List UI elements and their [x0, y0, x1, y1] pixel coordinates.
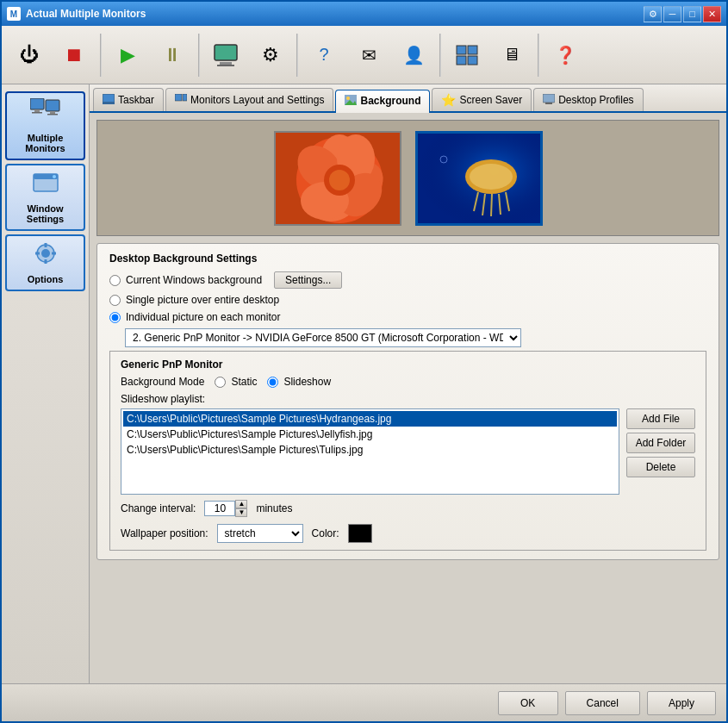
monitor-dropdown[interactable]: 2. Generic PnP Monitor -> NVIDIA GeForce… — [125, 328, 521, 347]
minutes-label: minutes — [256, 502, 292, 514]
help1-btn[interactable]: ? — [303, 31, 345, 79]
stop-icon: ⏹ — [60, 41, 88, 69]
interval-down-btn[interactable]: ▼ — [235, 508, 247, 517]
sidebar: Multiple Monitors Window Settings — [2, 84, 90, 683]
tab-desktop-profiles-label: Desktop Profiles — [558, 94, 633, 106]
settings-btn[interactable]: Settings... — [274, 271, 342, 289]
option1-radio[interactable] — [109, 275, 121, 286]
play-btn[interactable]: ▶ — [107, 31, 148, 79]
tab-taskbar[interactable]: Taskbar — [93, 88, 164, 111]
sidebar-item-options[interactable]: Options — [5, 234, 85, 291]
monitor2-btn[interactable]: 🖥 — [491, 31, 532, 79]
svg-rect-22 — [103, 94, 115, 103]
sidebar-item-multiple-monitors[interactable]: Multiple Monitors — [5, 91, 85, 160]
svg-rect-4 — [468, 46, 477, 54]
static-label: Static — [231, 376, 257, 388]
window-title: Actual Multiple Monitors — [26, 8, 644, 20]
manage-icon — [212, 41, 240, 69]
power-btn[interactable]: ⏻ — [9, 31, 50, 79]
main-layout: Multiple Monitors Window Settings — [2, 84, 726, 683]
tab-desktop-profiles[interactable]: Desktop Profiles — [533, 88, 643, 111]
option3-row: Individual picture on each monitor — [109, 311, 706, 323]
user-btn[interactable]: 👤 — [393, 31, 434, 79]
play-icon: ▶ — [114, 41, 141, 69]
svg-rect-20 — [35, 252, 40, 255]
background-tab-icon — [345, 94, 357, 108]
email-btn[interactable]: ✉ — [348, 31, 389, 79]
interval-input[interactable] — [204, 501, 235, 516]
settings-titlebar-btn[interactable]: ⚙ — [644, 6, 662, 22]
list-item[interactable]: C:\Users\Public\Pictures\Sample Pictures… — [123, 442, 617, 458]
slideshow-radio[interactable] — [267, 377, 278, 388]
ok-btn[interactable]: OK — [498, 691, 558, 715]
tab-monitors-layout[interactable]: Monitors Layout and Settings — [165, 88, 333, 111]
desktop-bg-section-title: Desktop Background Settings — [109, 252, 706, 265]
option1-label: Current Windows background — [126, 274, 262, 286]
cancel-btn[interactable]: Cancel — [565, 691, 640, 715]
svg-rect-30 — [545, 103, 552, 104]
svg-rect-24 — [175, 94, 182, 101]
svg-point-27 — [346, 97, 350, 100]
interval-up-btn[interactable]: ▲ — [235, 500, 247, 508]
preview-area — [96, 120, 719, 236]
footer: OK Cancel Apply — [2, 683, 726, 721]
svg-point-15 — [53, 175, 56, 178]
wallpaper-position-dropdown[interactable]: stretch tile center fit fill — [217, 524, 303, 543]
option3-radio[interactable] — [109, 312, 121, 323]
color-swatch[interactable] — [348, 524, 372, 543]
playlist-container: C:\Users\Public\Pictures\Sample Pictures… — [121, 408, 695, 495]
bg-mode-row: Background Mode Static Slideshow — [121, 376, 695, 388]
wallpaper-position-row: Wallpaper position: stretch tile center … — [121, 524, 695, 543]
toolbar-sep-3 — [296, 34, 298, 77]
svg-rect-25 — [183, 94, 187, 101]
list-item[interactable]: C:\Users\Public\Pictures\Sample Pictures… — [123, 411, 617, 427]
svg-rect-10 — [46, 100, 59, 111]
help2-btn[interactable]: ❓ — [544, 31, 586, 79]
pause-btn[interactable]: ⏸ — [152, 31, 193, 79]
wallpaper-position-label: Wallpaper position: — [121, 527, 208, 539]
toolbar-sep-1 — [100, 34, 102, 77]
toolbar-sep-2 — [198, 34, 200, 77]
option2-radio[interactable] — [109, 295, 121, 306]
tab-background[interactable]: Background — [335, 90, 430, 113]
monitor-section-title: Generic PnP Monitor — [121, 358, 695, 371]
settings-icon: ⚙ — [257, 41, 284, 69]
maximize-btn[interactable]: □ — [683, 6, 701, 22]
svg-rect-12 — [47, 114, 58, 115]
add-file-btn[interactable]: Add File — [626, 408, 695, 429]
add-folder-btn[interactable]: Add Folder — [626, 433, 695, 453]
tabs: Taskbar Monitors Layout and Settings — [90, 84, 726, 113]
grid-btn[interactable] — [446, 31, 488, 79]
bottom-settings: Change interval: ▲ ▼ minutes — [121, 500, 695, 517]
user-icon: 👤 — [400, 41, 427, 69]
manage-btn[interactable] — [205, 31, 246, 79]
svg-rect-21 — [52, 252, 56, 255]
sidebar-item-window-settings[interactable]: Window Settings — [5, 164, 85, 231]
desktop-bg-settings: Desktop Background Settings Current Wind… — [96, 243, 719, 560]
svg-rect-9 — [32, 112, 42, 114]
playlist-list[interactable]: C:\Users\Public\Pictures\Sample Pictures… — [121, 408, 619, 495]
svg-rect-19 — [44, 259, 47, 264]
app-icon: M — [7, 7, 21, 21]
multiple-monitors-icon — [30, 98, 61, 129]
change-interval-label: Change interval: — [121, 502, 196, 514]
color-label: Color: — [312, 527, 339, 539]
playlist-buttons: Add File Add Folder Delete — [626, 408, 695, 495]
svg-rect-11 — [50, 111, 55, 114]
apply-btn[interactable]: Apply — [647, 691, 716, 715]
settings-btn[interactable]: ⚙ — [250, 31, 291, 79]
preview-flower-image[interactable] — [274, 131, 401, 226]
tab-screen-saver[interactable]: ⭐ Screen Saver — [432, 88, 532, 111]
static-radio[interactable] — [215, 377, 226, 388]
minimize-btn[interactable]: ─ — [663, 6, 681, 22]
stop-btn[interactable]: ⏹ — [53, 31, 95, 79]
option1-row: Current Windows background Settings... — [109, 271, 706, 289]
list-item[interactable]: C:\Users\Public\Pictures\Sample Pictures… — [123, 427, 617, 442]
close-btn[interactable]: ✕ — [703, 6, 721, 22]
preview-jellyfish-image[interactable] — [415, 131, 543, 226]
email-icon: ✉ — [355, 41, 383, 69]
slideshow-label: Slideshow — [283, 376, 331, 388]
main-window: M Actual Multiple Monitors ⚙ ─ □ ✕ ⏻ ⏹ ▶… — [0, 0, 728, 723]
delete-btn[interactable]: Delete — [626, 457, 695, 477]
monitor-dropdown-wrapper: 2. Generic PnP Monitor -> NVIDIA GeForce… — [109, 328, 706, 347]
